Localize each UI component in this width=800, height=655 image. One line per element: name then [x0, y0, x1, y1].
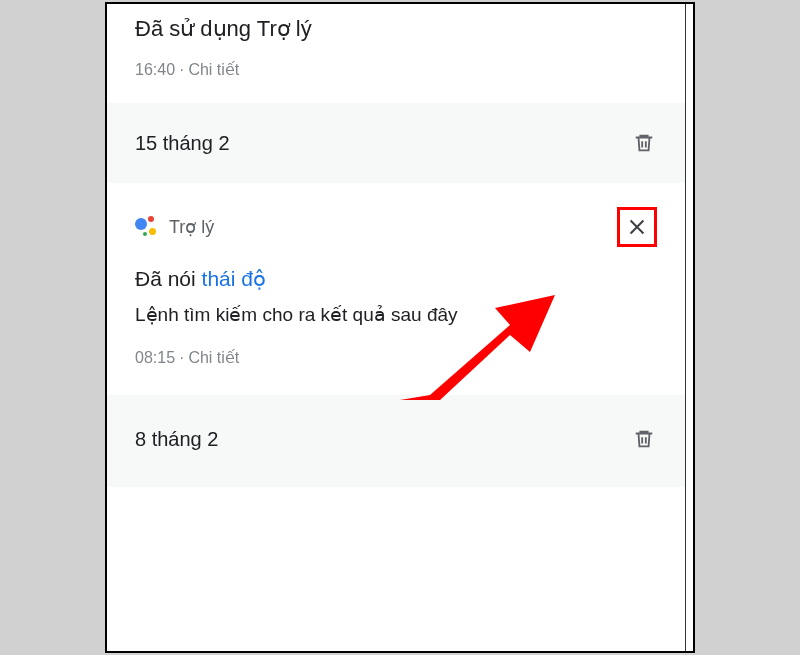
activity-meta: 08:15 · Chi tiết: [135, 348, 657, 367]
details-link[interactable]: Chi tiết: [188, 349, 239, 366]
activity-list: Đã sử dụng Trợ lý 16:40 · Chi tiết 15 th…: [107, 4, 685, 651]
app-name: Trợ lý: [169, 216, 214, 238]
activity-title: Đã sử dụng Trợ lý: [135, 16, 657, 42]
trash-icon: [633, 426, 655, 452]
activity-meta: 16:40 · Chi tiết: [135, 60, 657, 79]
assistant-icon: [135, 216, 157, 238]
spoken-text: Đã nói thái độ: [135, 267, 657, 291]
activity-item-prev[interactable]: Đã sử dụng Trợ lý 16:40 · Chi tiết: [107, 4, 685, 103]
activity-header: Trợ lý: [135, 207, 657, 247]
scrollbar[interactable]: [685, 4, 693, 651]
close-icon: [626, 216, 648, 238]
delete-item-button[interactable]: [617, 207, 657, 247]
details-link[interactable]: Chi tiết: [188, 61, 239, 78]
date-label: 8 tháng 2: [135, 428, 218, 451]
trash-icon: [633, 130, 655, 156]
date-header-2: 8 tháng 2: [107, 395, 685, 487]
result-text: Lệnh tìm kiếm cho ra kết quả sau đây: [135, 303, 657, 326]
date-header-1: 15 tháng 2: [107, 103, 685, 183]
delete-day-button[interactable]: [631, 425, 657, 453]
spoken-keyword: thái độ: [202, 267, 266, 290]
phone-frame: Đã sử dụng Trợ lý 16:40 · Chi tiết 15 th…: [105, 2, 695, 653]
date-label: 15 tháng 2: [135, 132, 230, 155]
delete-day-button[interactable]: [631, 129, 657, 157]
app-row: Trợ lý: [135, 216, 214, 238]
activity-item-main[interactable]: Trợ lý Đã nói thái độ Lệnh tìm kiếm cho …: [107, 183, 685, 395]
